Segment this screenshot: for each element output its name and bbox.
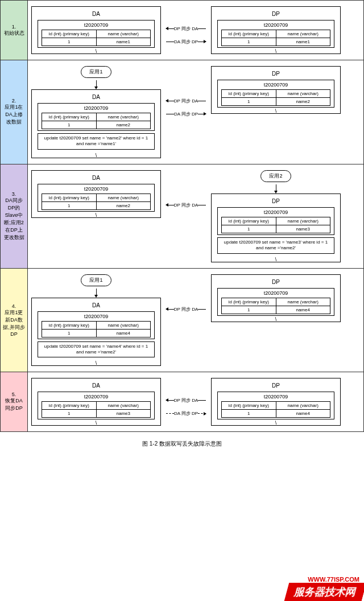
sql-statement: update t20200709 set name = 'name3' wher… xyxy=(217,237,334,254)
db-title: DP xyxy=(212,381,340,392)
column-header: id (int) (primary key) xyxy=(42,321,96,329)
database-box: DP t20200709 id (int) (primary key)name … xyxy=(211,378,341,426)
sql-statement: update t20200709 set name = 'name2' wher… xyxy=(38,133,155,150)
column-header: name (varchar) xyxy=(96,321,150,329)
cell-id: 1 xyxy=(222,306,276,314)
db-title: DA xyxy=(32,174,160,184)
sync-column: DP 同步 DA DA 同步 DP xyxy=(162,378,210,420)
db-title: DA xyxy=(32,10,160,20)
trailing-mark: \ xyxy=(212,256,340,262)
table-name: t20200709 xyxy=(218,81,334,89)
column-header: id (int) (primary key) xyxy=(42,194,96,201)
arrow-line xyxy=(166,309,174,310)
db-title: DA xyxy=(32,301,160,311)
column-header: name (varchar) xyxy=(96,194,150,201)
section-content: DA t20200709 id (int) (primary key)name … xyxy=(28,164,363,268)
sync-column: DP 同步 DA xyxy=(162,170,210,212)
column-header: id (int) (primary key) xyxy=(42,402,96,410)
trailing-mark: \ xyxy=(32,212,160,217)
app-label: 应用2 xyxy=(260,170,291,182)
section-label: 5.恢复DA同步DP xyxy=(1,372,28,431)
cell-name: name2 xyxy=(96,201,150,209)
cell-name: name1 xyxy=(276,38,330,46)
left-db-wrap: DA t20200709 id (int) (primary key)name … xyxy=(31,378,161,426)
sync-label: DA 同步 DP xyxy=(174,111,198,117)
arrow-line xyxy=(198,114,206,114)
arrow-line xyxy=(166,413,174,414)
table-container: t20200709 id (int) (primary key)name (va… xyxy=(217,392,334,419)
sync-label: DA 同步 DP xyxy=(174,39,198,45)
table-name: t20200709 xyxy=(38,393,154,401)
table-container: t20200709 id (int) (primary key)name (va… xyxy=(217,80,334,108)
table-name: t20200709 xyxy=(218,209,334,217)
table-name: t20200709 xyxy=(218,22,334,30)
table-name: t20200709 xyxy=(218,290,334,298)
section-content: DA t20200709 id (int) (primary key)name … xyxy=(28,372,363,431)
data-table: id (int) (primary key)name (varchar) 1na… xyxy=(42,321,151,337)
cell-id: 1 xyxy=(222,225,276,233)
left-db-wrap: DA t20200709 id (int) (primary key)name … xyxy=(31,170,161,218)
right-db-wrap: DP t20200709 id (int) (primary key)name … xyxy=(211,66,341,114)
table-name: t20200709 xyxy=(38,186,154,194)
column-header: id (int) (primary key) xyxy=(222,217,276,225)
app-label: 应用1 xyxy=(81,66,111,78)
sync-label: DP 同步 DA xyxy=(174,397,198,404)
column-header: id (int) (primary key) xyxy=(42,113,96,121)
arrow-line xyxy=(198,205,206,205)
cell-id: 1 xyxy=(42,329,96,337)
table-container: t20200709 id (int) (primary key)name (va… xyxy=(217,288,334,316)
cell-id: 1 xyxy=(222,38,276,46)
column-header: name (varchar) xyxy=(276,298,330,306)
section-2: 2.应用1在DA上修改数据 应用1 DA t20200709 id (int) … xyxy=(0,60,364,164)
arrow-down-icon xyxy=(276,184,276,192)
table-name: t20200709 xyxy=(38,105,154,113)
right-db-wrap: DP t20200709 id (int) (primary key)name … xyxy=(211,6,341,54)
sql-statement: update t20200709 set name = 'name4' wher… xyxy=(38,341,155,358)
sync-arrow: DA 同步 DP xyxy=(166,39,206,45)
table-name: t20200709 xyxy=(38,313,154,321)
column-header: name (varchar) xyxy=(96,113,150,121)
trailing-mark: \ xyxy=(212,108,340,113)
cell-name: name4 xyxy=(276,306,330,314)
section-label: 4.应用1更新DA数据,并同步DP xyxy=(1,269,28,372)
left-db-wrap: 应用1 DA t20200709 id (int) (primary key)n… xyxy=(31,66,161,158)
section-3: 3.DA同步DP的Slave中断;应用2在DP上更改数据 DA t2020070… xyxy=(0,164,364,269)
table-container: t20200709 id (int) (primary key)name (va… xyxy=(38,20,155,48)
column-header: name (varchar) xyxy=(96,402,150,410)
right-db-wrap: DP t20200709 id (int) (primary key)name … xyxy=(211,274,341,322)
database-box: DA t20200709 id (int) (primary key)name … xyxy=(31,6,161,54)
section-4: 4.应用1更新DA数据,并同步DP 应用1 DA t20200709 id (i… xyxy=(0,269,364,373)
arrow-line xyxy=(198,309,206,310)
sync-arrow: DP 同步 DA xyxy=(166,26,206,32)
sync-arrow: DP 同步 DA xyxy=(166,202,206,208)
column-header: name (varchar) xyxy=(276,30,330,38)
trailing-mark: \ xyxy=(212,48,340,53)
column-header: id (int) (primary key) xyxy=(222,90,276,98)
database-box: DA t20200709 id (int) (primary key)name … xyxy=(31,170,161,218)
sync-arrow: DA 同步 DP xyxy=(166,410,206,417)
left-db-wrap: DA t20200709 id (int) (primary key)name … xyxy=(31,6,161,54)
arrow-line xyxy=(198,42,206,42)
table-container: t20200709 id (int) (primary key)name (va… xyxy=(38,184,155,212)
arrow-line xyxy=(198,413,206,414)
cell-name: name3 xyxy=(276,225,330,233)
sync-arrow: DA 同步 DP xyxy=(166,111,206,117)
sync-label: DP 同步 DA xyxy=(174,306,198,312)
cell-name: name2 xyxy=(96,121,150,129)
db-title: DP xyxy=(212,10,340,20)
sync-arrow: DP 同步 DA xyxy=(166,306,206,312)
section-label: 1.初始状态 xyxy=(1,1,28,60)
cell-id: 1 xyxy=(42,410,96,418)
arrow-line xyxy=(166,114,174,114)
arrow-line xyxy=(166,205,174,205)
section-5: 5.恢复DA同步DP DA t20200709 id (int) (primar… xyxy=(0,372,364,432)
cell-id: 1 xyxy=(222,98,276,106)
data-table: id (int) (primary key)name (varchar) 1na… xyxy=(42,401,151,418)
trailing-mark: \ xyxy=(212,419,340,425)
cell-id: 1 xyxy=(42,121,96,129)
db-title: DP xyxy=(212,69,340,80)
data-table: id (int) (primary key)name (varchar) 1na… xyxy=(221,30,330,46)
arrow-line xyxy=(166,101,174,101)
data-table: id (int) (primary key)name (varchar) 1na… xyxy=(42,194,151,210)
sync-label: DP 同步 DA xyxy=(174,98,198,104)
